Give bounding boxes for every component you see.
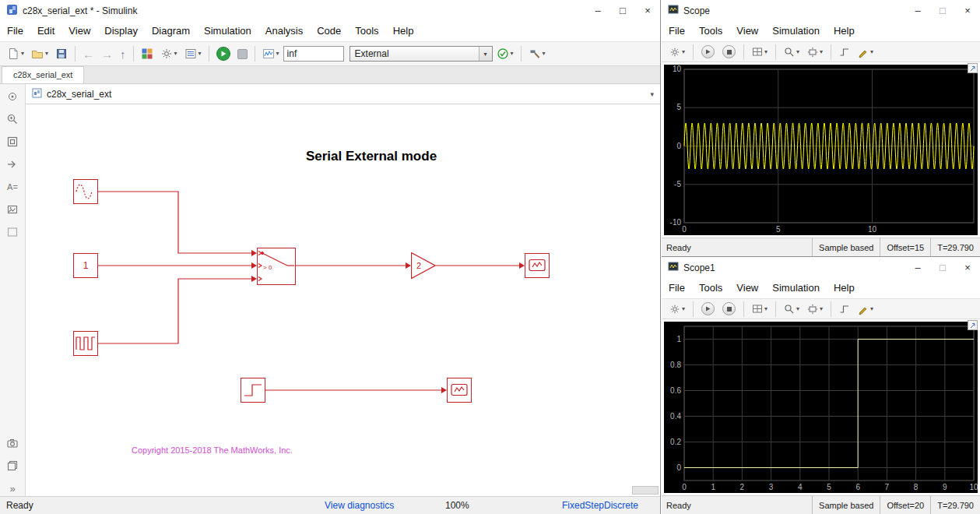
undock-icon[interactable] (968, 63, 978, 73)
scope-block[interactable] (525, 253, 550, 278)
dropdown-caret-icon: ▾ (796, 306, 799, 312)
scope-run-button[interactable] (698, 43, 718, 61)
stop-time-input[interactable] (283, 46, 344, 62)
scope-settings-button[interactable]: ▾ (666, 44, 688, 60)
scope-autoscale-button[interactable]: ▾ (804, 44, 826, 60)
minimize-button[interactable]: – (905, 0, 930, 21)
switch-block[interactable]: > 0 (257, 248, 296, 285)
svg-text:0: 0 (682, 225, 687, 234)
maximize-button[interactable]: □ (610, 0, 635, 21)
menu-tools[interactable]: Tools (692, 278, 729, 298)
run-button[interactable] (213, 44, 234, 63)
menu-tools[interactable]: Tools (692, 21, 729, 41)
navigate-forward-button[interactable] (4, 157, 21, 172)
solver-name[interactable]: FixedStepDiscrete (562, 500, 638, 511)
undock-icon[interactable] (968, 320, 978, 330)
constant-block[interactable]: 1 (73, 253, 98, 278)
pulse-generator-block[interactable] (73, 331, 98, 356)
build-button[interactable]: ▾ (525, 45, 549, 62)
viewmark-camera-button[interactable] (4, 435, 21, 451)
simulation-mode-select[interactable]: External ▾ (349, 46, 493, 62)
gain-block[interactable]: 2 (411, 252, 436, 279)
scope-menubar: File Tools View Simulation Help (662, 21, 980, 41)
menu-display[interactable]: Display (97, 21, 145, 41)
scope-settings-button[interactable]: ▾ (666, 301, 688, 317)
menu-analysis[interactable]: Analysis (258, 21, 310, 41)
model-canvas[interactable]: Serial External mode 1 (26, 104, 660, 496)
minimize-button[interactable]: – (905, 257, 930, 278)
new-model-button[interactable]: ▾ (4, 45, 27, 62)
data-inspector-button[interactable]: ▾ (259, 45, 283, 62)
simulink-statusbar: Ready View diagnostics 100% FixedStepDis… (0, 496, 660, 514)
annotation-button[interactable]: A= (4, 179, 21, 195)
menu-simulation[interactable]: Simulation (765, 278, 827, 298)
model-data-editor-button[interactable]: ▾ (181, 45, 205, 62)
minimize-button[interactable]: – (585, 0, 610, 21)
scope-stop-button[interactable] (719, 43, 739, 61)
close-button[interactable]: × (635, 0, 660, 21)
menu-file[interactable]: File (0, 21, 30, 41)
model-settings-button[interactable]: ▾ (157, 45, 181, 62)
switch-criteria-label: > 0 (263, 264, 272, 271)
maximize-button[interactable]: □ (930, 257, 955, 278)
breadcrumb-caret-icon[interactable]: ▾ (650, 90, 654, 98)
expand-palette-button[interactable]: » (4, 481, 21, 496)
menu-help[interactable]: Help (827, 21, 862, 41)
save-model-button[interactable] (52, 45, 71, 62)
scope-stop-button[interactable] (719, 300, 739, 318)
scope1-statusbar: Ready Sample based Offset=20 T=29.790 (662, 495, 980, 514)
scope-layout-button[interactable]: ▾ (749, 301, 771, 317)
scope1-block[interactable] (447, 378, 472, 403)
scope-run-button[interactable] (698, 300, 718, 318)
menu-help[interactable]: Help (827, 278, 862, 298)
library-browser-button[interactable] (138, 45, 156, 62)
forward-button[interactable]: → (98, 46, 116, 62)
menu-simulation[interactable]: Simulation (765, 21, 827, 41)
model-tab[interactable]: c28x_serial_ext (2, 66, 84, 83)
palette-dock-button[interactable] (4, 89, 21, 104)
scope-zoom-button[interactable]: ▾ (781, 301, 803, 317)
step-block[interactable] (241, 378, 265, 403)
window-controls: – □ × (905, 0, 980, 21)
menu-diagram[interactable]: Diagram (145, 21, 197, 41)
combo-arrow-icon: ▾ (479, 47, 492, 61)
scope-zoom-button[interactable]: ▾ (781, 44, 803, 60)
view-diagnostics-link[interactable]: View diagnostics (325, 500, 394, 511)
scope-autoscale-button[interactable]: ▾ (804, 301, 826, 317)
close-button[interactable]: × (955, 257, 980, 278)
menu-view[interactable]: View (61, 21, 97, 41)
back-button[interactable]: ← (79, 46, 97, 62)
layers-button[interactable] (4, 458, 21, 474)
menu-file[interactable]: File (662, 278, 692, 298)
maximize-button[interactable]: □ (930, 0, 955, 21)
menu-code[interactable]: Code (310, 21, 348, 41)
scope-layout-button[interactable]: ▾ (749, 44, 771, 60)
open-model-button[interactable]: ▾ (28, 45, 51, 62)
layout-panes-icon (752, 47, 763, 58)
menu-simulation[interactable]: Simulation (197, 21, 258, 41)
menu-file[interactable]: File (662, 21, 692, 41)
area-annotation-button[interactable] (4, 224, 21, 240)
scope-trigger-button[interactable] (836, 301, 853, 317)
menu-view[interactable]: View (729, 21, 765, 41)
canvas-scrollbar-corner[interactable] (632, 486, 659, 495)
scope-trigger-button[interactable] (836, 44, 853, 60)
menu-view[interactable]: View (729, 278, 765, 298)
menu-tools[interactable]: Tools (348, 21, 385, 41)
scope-measurements-button[interactable]: ▾ (855, 44, 876, 60)
sine-wave-block[interactable] (73, 179, 98, 204)
svg-text:0: 0 (676, 463, 681, 472)
stop-button[interactable] (234, 47, 251, 62)
up-to-parent-button[interactable]: ↑ (117, 46, 129, 62)
breadcrumb-item[interactable]: c28x_serial_ext (47, 89, 111, 100)
close-button[interactable]: × (955, 0, 980, 21)
green-check-icon (497, 48, 509, 60)
image-annotation-button[interactable] (4, 202, 21, 217)
menu-help[interactable]: Help (386, 21, 421, 41)
svg-text:-10: -10 (670, 218, 682, 227)
fit-to-view-button[interactable] (4, 134, 21, 150)
menu-edit[interactable]: Edit (30, 21, 61, 41)
refresh-status-button[interactable]: ▾ (494, 45, 517, 62)
zoom-in-button[interactable] (4, 111, 21, 127)
scope-measurements-button[interactable]: ▾ (855, 301, 876, 317)
